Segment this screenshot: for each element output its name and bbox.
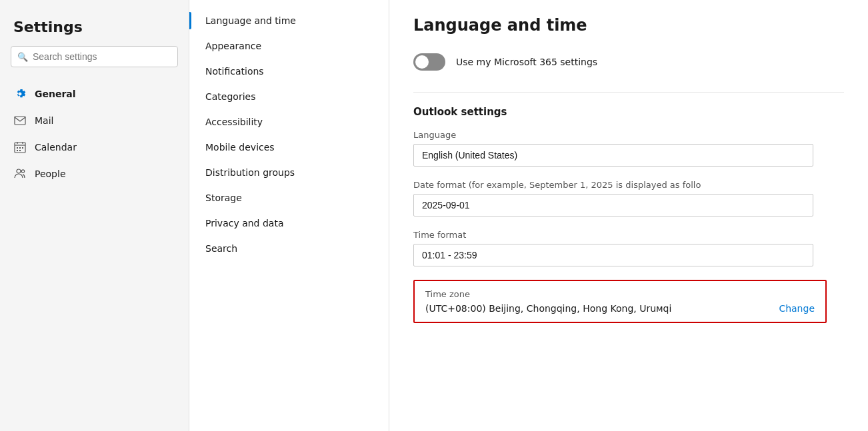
outlook-settings-title: Outlook settings xyxy=(413,106,844,118)
sidebar-item-general[interactable]: General xyxy=(0,81,189,107)
mail-icon xyxy=(13,114,27,127)
people-icon xyxy=(13,167,27,181)
svg-rect-8 xyxy=(17,150,18,151)
change-link[interactable]: Change xyxy=(779,303,815,314)
date-format-field-group: Date format (for example, September 1, 2… xyxy=(413,180,844,216)
calendar-icon xyxy=(13,141,27,154)
sidebar-label-people: People xyxy=(35,169,66,179)
toggle-row: Use my Microsoft 365 settings xyxy=(413,53,844,71)
sidebar-item-mail[interactable]: Mail xyxy=(0,107,189,134)
toggle-thumb xyxy=(415,55,429,69)
timezone-value: (UTC+08:00) Beijing, Chongqing, Hong Kon… xyxy=(425,303,671,314)
svg-rect-5 xyxy=(17,147,18,149)
svg-point-11 xyxy=(21,170,24,173)
middle-item-language-and-time[interactable]: Language and time xyxy=(189,8,389,33)
sidebar-item-calendar[interactable]: Calendar xyxy=(0,134,189,161)
middle-item-privacy-and-data[interactable]: Privacy and data xyxy=(189,211,389,236)
middle-item-categories[interactable]: Categories xyxy=(189,84,389,109)
svg-rect-6 xyxy=(19,147,21,149)
middle-item-mobile-devices[interactable]: Mobile devices xyxy=(189,135,389,160)
date-format-label: Date format (for example, September 1, 2… xyxy=(413,180,844,190)
svg-point-10 xyxy=(17,169,21,173)
svg-rect-7 xyxy=(22,147,23,149)
gear-icon xyxy=(13,87,27,101)
settings-title: Settings xyxy=(0,13,189,46)
time-format-field-group: Time format xyxy=(413,230,844,266)
search-box: 🔍 xyxy=(11,46,178,67)
middle-item-accessibility[interactable]: Accessibility xyxy=(189,109,389,135)
time-format-input[interactable] xyxy=(413,244,813,266)
toggle-label: Use my Microsoft 365 settings xyxy=(456,57,597,67)
language-input[interactable] xyxy=(413,144,813,167)
middle-item-search[interactable]: Search xyxy=(189,236,389,261)
timezone-label: Time zone xyxy=(425,289,815,299)
middle-item-distribution-groups[interactable]: Distribution groups xyxy=(189,160,389,185)
middle-item-notifications[interactable]: Notifications xyxy=(189,59,389,84)
search-icon: 🔍 xyxy=(17,52,28,62)
language-label: Language xyxy=(413,130,844,140)
middle-item-appearance[interactable]: Appearance xyxy=(189,33,389,59)
language-field-group: Language xyxy=(413,130,844,167)
sidebar-label-calendar: Calendar xyxy=(35,142,77,153)
sidebar-item-people[interactable]: People xyxy=(0,161,189,187)
sidebar-label-general: General xyxy=(35,89,76,99)
svg-rect-9 xyxy=(19,150,21,151)
svg-rect-0 xyxy=(15,117,25,125)
search-input[interactable] xyxy=(11,46,178,67)
page-title: Language and time xyxy=(413,16,844,35)
date-format-input[interactable] xyxy=(413,194,813,216)
time-format-label: Time format xyxy=(413,230,844,240)
main-content: Language and time Use my Microsoft 365 s… xyxy=(389,0,868,431)
middle-panel: Language and time Appearance Notificatio… xyxy=(189,0,389,431)
timezone-box: Time zone (UTC+08:00) Beijing, Chongqing… xyxy=(413,280,827,323)
sidebar-label-mail: Mail xyxy=(35,115,53,126)
divider xyxy=(413,92,844,93)
microsoft365-toggle[interactable] xyxy=(413,53,445,71)
timezone-value-row: (UTC+08:00) Beijing, Chongqing, Hong Kon… xyxy=(425,303,815,314)
middle-item-storage[interactable]: Storage xyxy=(189,185,389,211)
sidebar: Settings 🔍 General Mail xyxy=(0,0,189,431)
